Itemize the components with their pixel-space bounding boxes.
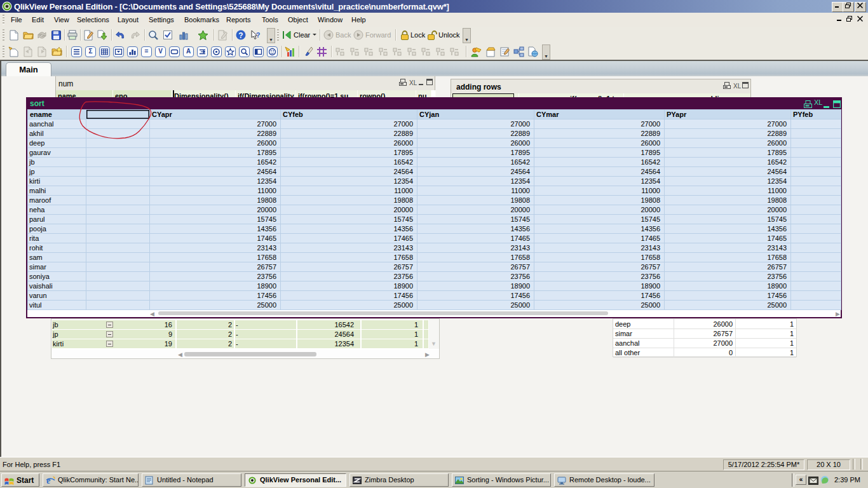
svg-text:?: ? (238, 31, 243, 40)
svg-text:?: ? (256, 31, 261, 39)
svg-text:e: e (46, 476, 50, 485)
